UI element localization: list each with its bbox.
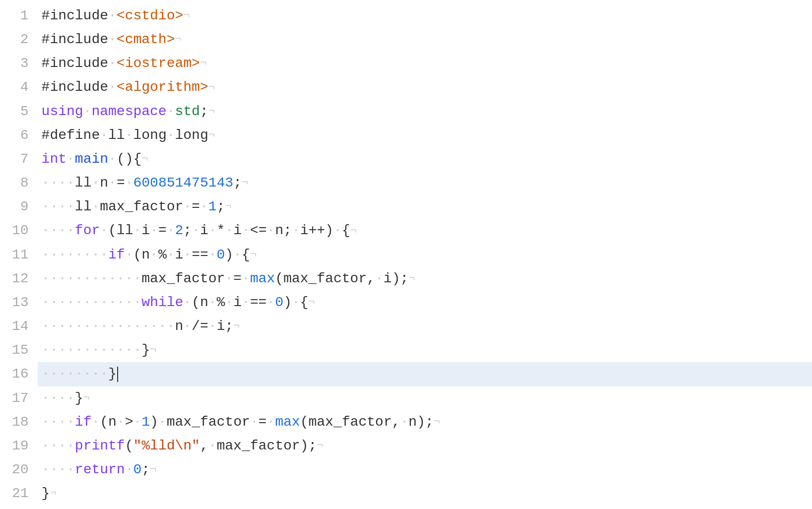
code-line-2: #include·<cmath>¬ <box>38 28 812 52</box>
line-number-11: 11 <box>12 243 29 267</box>
code-line-11: ········if·(n·%·i·==·0)·{¬ <box>38 243 812 267</box>
line-number-12: 12 <box>12 267 29 291</box>
code-line-16: ········} <box>38 362 812 386</box>
code-line-1: #include·<cstdio>¬ <box>38 4 812 28</box>
code-line-12: ············max_factor·=·max(max_factor,… <box>38 267 812 291</box>
line-number-3: 3 <box>12 52 29 75</box>
line-numbers: 1 2 3 4 5 6 7 8 9 10 11 12 13 14 15 16 1… <box>0 4 38 509</box>
line-number-21: 21 <box>12 482 29 506</box>
line-number-15: 15 <box>12 338 29 362</box>
line-number-17: 17 <box>12 386 29 410</box>
code-line-20: ····return·0;¬ <box>38 458 812 482</box>
code-line-3: #include·<iostream>¬ <box>38 52 812 75</box>
code-line-18: ····if·(n·>·1)·max_factor·=·max(max_fact… <box>38 410 812 434</box>
line-number-7: 7 <box>12 147 29 171</box>
code-line-21: }¬ <box>38 482 812 506</box>
line-number-16: 16 <box>12 362 29 386</box>
line-number-8: 8 <box>12 171 29 195</box>
code-line-14: ················n·/=·i;¬ <box>38 315 812 338</box>
line-number-4: 4 <box>12 75 29 99</box>
code-line-10: ····for·(ll·i·=·2;·i·*·i·<=·n;·i++)·{¬ <box>38 219 812 243</box>
code-line-4: #include·<algorithm>¬ <box>38 75 812 99</box>
code-line-13: ············while·(n·%·i·==·0)·{¬ <box>38 291 812 315</box>
line-number-1: 1 <box>12 4 29 28</box>
line-number-22: 22 <box>12 506 29 509</box>
line-number-2: 2 <box>12 28 29 52</box>
code-line-19: ····printf("%lld\n",·max_factor);¬ <box>38 434 812 458</box>
code-line-15: ············}¬ <box>38 338 812 362</box>
code-line-8: ····ll·n·=·600851475143;¬ <box>38 171 812 195</box>
code-line-9: ····ll·max_factor·=·1;¬ <box>38 195 812 219</box>
code-editor[interactable]: 1 2 3 4 5 6 7 8 9 10 11 12 13 14 15 16 1… <box>0 0 812 509</box>
code-line-5: using·namespace·std;¬ <box>38 100 812 124</box>
line-number-9: 9 <box>12 195 29 219</box>
line-number-20: 20 <box>12 458 29 482</box>
code-line-7: int·main·(){¬ <box>38 147 812 171</box>
line-number-14: 14 <box>12 315 29 338</box>
code-line-6: #define·ll·long·long¬ <box>38 124 812 147</box>
line-number-5: 5 <box>12 100 29 124</box>
line-number-10: 10 <box>12 219 29 243</box>
line-number-13: 13 <box>12 291 29 315</box>
line-number-19: 19 <box>12 434 29 458</box>
code-line-22 <box>38 506 812 509</box>
line-number-6: 6 <box>12 124 29 147</box>
line-number-18: 18 <box>12 410 29 434</box>
code-line-17: ····}¬ <box>38 386 812 410</box>
code-content[interactable]: #include·<cstdio>¬ #include·<cmath>¬ #in… <box>38 4 812 509</box>
